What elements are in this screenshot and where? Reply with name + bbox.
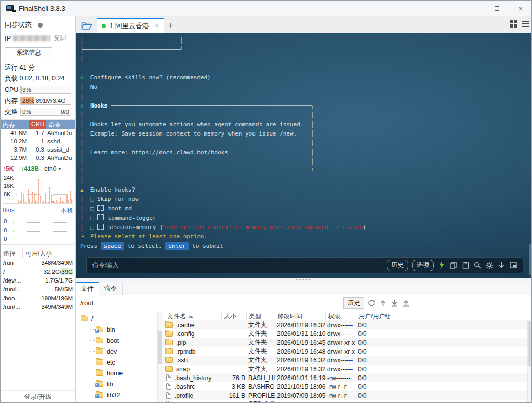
open-connection-manager-button[interactable] [78,18,96,33]
col-mtime[interactable]: 修改时间 [275,312,325,320]
tab-list-icon[interactable] [522,21,529,27]
folder-icon [96,359,103,365]
ping-panel: 0ms 本机 0 0 0 [1,207,75,245]
maximize-button[interactable] [485,1,509,16]
file-table-scroll-thumb[interactable] [528,321,532,366]
tree-item[interactable]: boot [76,335,157,346]
system-info-button[interactable]: 系统信息 [5,47,52,58]
login-upgrade-link[interactable]: 登录/升级 [1,390,75,403]
search-icon[interactable] [473,261,482,270]
cmd-history-button[interactable]: 历史 [387,260,408,271]
command-input-placeholder[interactable]: 命令输入 [92,261,119,270]
terminal-line: │ □ command-logger [80,213,532,223]
tree-scrollbar[interactable] [157,312,163,403]
disk-row[interactable]: /run/l... 5M/5M [1,285,75,293]
file-row[interactable]: .config 文件夹 2026/01/31 16:10 drwx------ … [163,329,532,338]
tree-item[interactable]: lib32 [76,389,157,400]
process-row[interactable]: 10.2M 1 sshd [1,137,75,145]
col-type[interactable]: 类型 [246,312,275,320]
net-bar [63,202,64,203]
copy-ip-button[interactable]: 复制 [54,34,66,43]
scroll-down-icon[interactable] [497,261,506,270]
upload-icon[interactable] [402,299,410,307]
close-button[interactable]: × [509,1,532,16]
terminal-scrollbar[interactable] [529,244,531,275]
sidebar: 同步状态 IP 复制 系统信息 运行 41 分 负载 0.02, 0.18, 0… [1,16,76,403]
proc-header-cmd[interactable]: 命令 [46,120,75,129]
file-type-icon [166,392,171,399]
layout-grid-icon[interactable] [510,20,517,28]
terminal-text-segment: Hooks let you automate actions when agen… [84,121,311,128]
process-row[interactable]: 12.9M 0.3 AliYunDu [1,154,75,162]
file-row[interactable]: .ssh 文件夹 2026/01/19 16:32 drwx------ 0/0 [163,356,532,365]
terminal-line: │ │ [80,139,532,148]
disk-size: 349M/349M [27,304,73,310]
terminal-text-segment: ◇ [80,74,84,81]
mem-label: 内存 [5,97,20,105]
bolt-icon[interactable] [437,261,446,270]
file-row[interactable]: .cache 文件夹 2026/01/19 16:32 drwx------ 0… [163,320,532,329]
ping-target-selector[interactable]: 本机 [61,207,73,216]
file-size: 76 B [221,374,246,382]
disk-row[interactable]: /dev/... 1.7G/1.7G [1,276,75,285]
col-perm[interactable]: 权限 [325,312,356,320]
refresh-icon[interactable] [367,299,376,307]
disk-row[interactable]: /run/... 349M/349M [1,302,75,311]
file-row[interactable]: snap 文件夹 2026/01/19 16:32 drwx------ 0/0 [163,365,532,373]
col-owner[interactable]: 用户/用户组 [356,312,390,320]
gear-icon[interactable] [485,261,494,270]
disk-header-path[interactable]: 路径 [1,249,22,258]
col-filename[interactable]: 文件名 [163,312,221,320]
download-icon[interactable] [390,299,398,307]
minimize-button[interactable]: — [461,1,485,16]
file-row[interactable]: .profile 161 B PROFILE … 2019/07/09 18:0… [163,391,532,400]
cmd-options-button[interactable]: 选项 [412,260,434,271]
disk-row[interactable]: /run 348M/349M [1,258,75,267]
disk-header-size[interactable]: 可用/大小 [22,249,75,258]
tree-item[interactable]: lib [76,379,157,389]
tree-item[interactable]: dev [76,346,157,357]
new-tab-button[interactable]: + [164,18,178,33]
tab-commands[interactable]: 命令 [99,282,123,295]
tree-scroll-thumb[interactable] [158,331,162,364]
tab-files[interactable]: 文件 [76,282,99,295]
process-row[interactable]: 41.6M 1.7 AliYunDu [1,129,75,137]
copy-icon[interactable] [449,261,458,270]
file-row[interactable]: .rpmdb 文件夹 2026/01/19 16:48 drwxr-xr-x 0… [163,347,532,356]
terminal-text-segment: │ [80,205,84,212]
session-tab-active[interactable]: 1 阿里云香港 × [97,18,164,33]
interface-dropdown[interactable]: eth0 [44,165,61,172]
proc-header-mem[interactable]: 内存 [1,120,29,129]
tree-item[interactable]: bin [76,324,157,335]
command-input-bar[interactable]: 命令输入 历史 选项 [86,257,523,273]
file-table-scrollbar[interactable] [527,320,532,403]
terminal-text-segment: │ [311,149,314,156]
tree-item[interactable]: lib64 [76,400,157,403]
tree-item[interactable]: / [76,313,157,324]
col-size[interactable]: 大小 [221,312,246,320]
current-path-input[interactable]: /root [80,299,94,307]
process-row[interactable]: 3.7M 0.3 assist_d [1,145,75,154]
tree-item[interactable]: home [76,368,157,379]
proc-header-cpu[interactable]: CPU [29,120,46,129]
terminal-text-segment: │ │ [80,158,314,165]
tab-close-icon[interactable]: × [155,22,159,30]
net-bar [38,179,39,203]
terminal-text-segment: Configure skills now? (recommended) [84,74,211,81]
file-row[interactable]: .bashrc 3 KB BASHRC … 2021/10/15 18:06 -… [163,382,532,391]
paste-icon[interactable] [461,261,470,270]
net-bar [18,200,19,203]
file-row[interactable]: .pip 文件夹 2026/01/19 16:45 drwxr-xr-x 0/0 [163,338,532,347]
file-mtime: 2026/01/19 16:32 [275,321,325,329]
file-row[interactable]: .bash_history 76 B BASH_HI… 2026/01/31 1… [163,373,532,382]
window-mode-icon[interactable] [509,261,517,270]
terminal-text-segment: Enable hooks? [84,186,135,193]
disk-row[interactable]: /boo... 190M/196M [1,293,75,302]
tree-item[interactable]: etc [76,357,157,368]
disk-row[interactable]: / 32.2G/39G [1,267,75,276]
path-history-button[interactable]: 历史 [343,297,364,309]
terminal-panel[interactable]: │ │├────────────────────────────╯│◇ Conf… [76,33,532,278]
panel-splitter[interactable]: ••••• [76,278,532,282]
file-row[interactable]: .pydistutils.cfg 72 B CFG 文件 2026/01/19 … [163,400,532,403]
parent-directory-icon[interactable] [379,299,387,307]
